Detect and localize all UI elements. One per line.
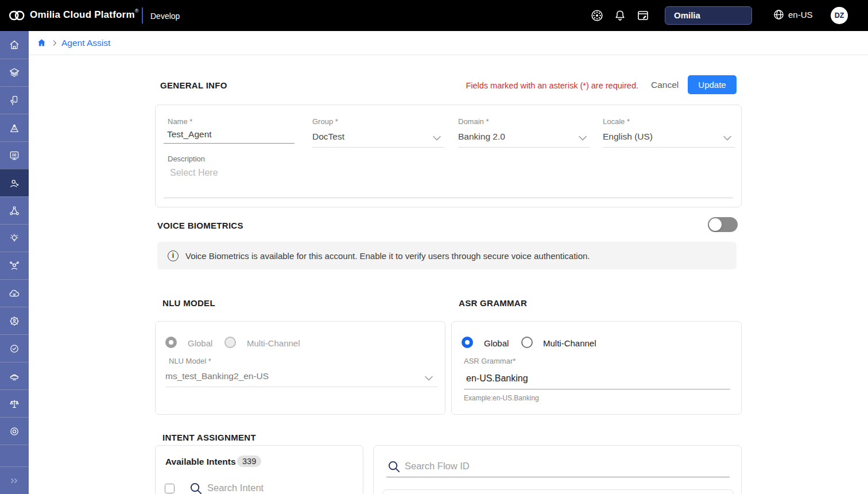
available-intents-count-badge: 339 — [237, 456, 261, 467]
nlu-model-field-label: NLU Model * — [169, 357, 211, 365]
group-label: Group * — [312, 117, 338, 126]
sidebar-item-monitoring[interactable] — [0, 417, 29, 445]
sidebar-item-design[interactable] — [0, 114, 29, 141]
sidebar-collapse-button[interactable] — [0, 466, 29, 494]
sidebar-item-insights[interactable] — [0, 224, 29, 252]
locale-switcher[interactable]: en-US — [773, 9, 813, 21]
sidebar-item-admin[interactable] — [0, 307, 29, 334]
cancel-button[interactable]: Cancel — [651, 80, 679, 90]
breadcrumb-agent-assist-link[interactable]: Agent Assist — [61, 38, 110, 48]
voice-biometrics-toggle[interactable] — [708, 217, 738, 232]
globe-icon — [773, 9, 785, 21]
asr-grammar-input-value: en-US.Banking — [466, 373, 528, 383]
sidebar-item-compliance[interactable] — [0, 389, 29, 417]
brand-title: Omilia Cloud Platform® — [30, 9, 139, 21]
asr-grammar-title: ASR GRAMMAR — [459, 298, 527, 308]
lightbulb-icon — [9, 233, 20, 244]
chevron-down-icon — [723, 136, 731, 141]
release-notes-icon[interactable] — [636, 9, 650, 25]
name-input[interactable] — [164, 128, 294, 144]
chevron-down-icon — [433, 136, 441, 141]
sidebar-item-cloud-services[interactable] — [0, 279, 29, 307]
asr-grammar-example: Example:en-US.Banking — [464, 394, 539, 402]
org-selector-value: Omilia — [674, 10, 700, 20]
group-select-value: DocTest — [312, 132, 344, 141]
sidebar-item-quality[interactable] — [0, 334, 29, 362]
badge-check-icon — [9, 343, 20, 354]
intent-assignment-title: INTENT ASSIGNMENT — [162, 433, 256, 442]
sidebar-item-users[interactable] — [0, 252, 29, 279]
sidebar-item-agent-assist[interactable] — [0, 169, 29, 196]
topbar-divider — [142, 7, 143, 24]
org-selector[interactable]: Omilia — [665, 6, 752, 25]
sidebar-spacer — [0, 445, 29, 466]
name-label: Name * — [168, 117, 192, 126]
nlu-model-card: Global Multi-Channel NLU Model * ms_test… — [155, 321, 445, 415]
domain-select-value: Banking 2.0 — [458, 132, 505, 141]
notifications-bell-icon[interactable] — [614, 9, 626, 24]
locale-select-value: English (US) — [603, 132, 653, 141]
nlu-global-label: Global — [188, 338, 212, 348]
home-icon — [9, 39, 20, 51]
info-icon: i — [168, 250, 179, 261]
registered-mark: ® — [135, 8, 139, 14]
voice-biometrics-title: VOICE BIOMETRICS — [157, 221, 243, 230]
agent-assist-icon — [9, 177, 20, 189]
nlu-multi-channel-label: Multi-Channel — [247, 338, 300, 348]
voice-biometrics-banner: i Voice Biometrics is available for this… — [157, 242, 737, 269]
search-flow-id-input[interactable] — [405, 461, 634, 472]
general-info-title: GENERAL INFO — [160, 80, 227, 90]
cloud-icon — [9, 288, 20, 299]
update-button[interactable]: Update — [688, 75, 737, 94]
select-all-checkbox[interactable] — [165, 484, 175, 493]
user-network-icon — [9, 260, 20, 272]
flow-list-item[interactable] — [382, 489, 734, 494]
nlu-model-select: ms_test_Banking2_en-US — [165, 371, 437, 387]
search-intent-input[interactable] — [207, 483, 351, 493]
kiosk-icon — [9, 150, 20, 161]
search-icon — [388, 460, 401, 473]
breadcrumb-chevron-icon — [51, 39, 59, 49]
topbar-section-develop: Develop — [150, 11, 180, 21]
sidebar-item-channels[interactable] — [0, 86, 29, 114]
available-intents-card: Available Intents 339 — [155, 445, 363, 494]
nlu-multi-channel-radio — [224, 337, 236, 348]
required-note: Fields marked with an asterisk (*) are r… — [466, 81, 638, 90]
asr-global-label: Global — [484, 338, 509, 348]
hand-device-icon — [9, 95, 20, 106]
locale-label: Locale * — [603, 117, 630, 126]
locale-select[interactable]: English (US) — [603, 132, 735, 148]
target-icon — [9, 426, 20, 437]
flow-assignment-card — [373, 445, 742, 494]
sidebar-item-layers[interactable] — [0, 59, 29, 86]
description-textarea[interactable] — [164, 160, 733, 198]
asr-grammar-input[interactable]: en-US.Banking — [464, 373, 730, 389]
asr-grammar-card: Global Multi-Channel ASR Grammar* en-US.… — [451, 321, 742, 415]
sidebar-item-dialogs[interactable] — [0, 141, 29, 169]
toggle-knob — [709, 218, 722, 231]
nlu-global-radio — [165, 337, 177, 348]
breadcrumb: Agent Assist — [29, 31, 868, 55]
layers-icon — [9, 67, 20, 79]
group-select[interactable]: DocTest — [312, 132, 444, 148]
sidebar-item-home[interactable] — [0, 31, 29, 59]
scales-icon — [9, 398, 20, 410]
asr-global-radio[interactable] — [462, 337, 473, 348]
asr-multi-channel-radio[interactable] — [521, 337, 533, 348]
sidebar — [0, 31, 29, 494]
chevron-down-icon — [579, 136, 587, 141]
asr-grammar-field-label: ASR Grammar* — [464, 357, 516, 365]
chevrons-right-icon — [9, 475, 20, 487]
sidebar-item-entities[interactable] — [0, 196, 29, 224]
sidebar-item-deployments[interactable] — [0, 362, 29, 389]
help-wheel-icon[interactable] — [590, 9, 604, 25]
network-icon — [9, 205, 20, 217]
domain-select[interactable]: Banking 2.0 — [458, 132, 590, 148]
gear-user-icon — [9, 315, 20, 327]
omilia-logo-icon[interactable] — [7, 8, 26, 25]
avatar[interactable]: DZ — [831, 7, 848, 24]
breadcrumb-home-icon[interactable] — [37, 38, 46, 50]
domain-label: Domain * — [458, 117, 489, 126]
compass-icon — [9, 122, 20, 134]
locale-switcher-value: en-US — [788, 10, 813, 20]
